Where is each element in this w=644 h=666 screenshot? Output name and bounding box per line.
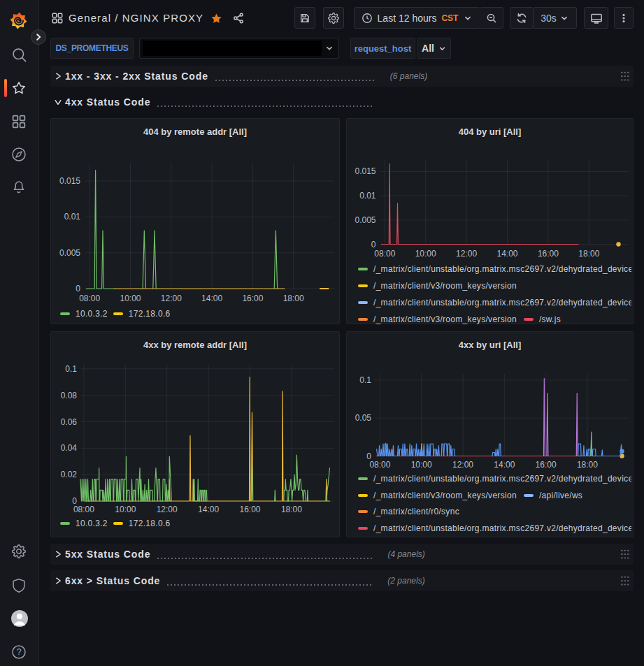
svg-text:16:00: 16:00 (242, 294, 263, 303)
svg-text:0.1: 0.1 (65, 364, 77, 374)
svg-text:0.015: 0.015 (355, 166, 375, 176)
svg-text:12:00: 12:00 (157, 505, 178, 514)
svg-text:0.005: 0.005 (59, 248, 80, 258)
svg-text:08:00: 08:00 (369, 460, 390, 470)
svg-text:14:00: 14:00 (494, 460, 515, 470)
svg-text:18:00: 18:00 (283, 294, 304, 303)
svg-text:12:00: 12:00 (456, 249, 477, 259)
svg-text:0.015: 0.015 (59, 176, 80, 186)
svg-text:10:00: 10:00 (120, 294, 141, 303)
svg-text:16:00: 16:00 (538, 249, 559, 259)
svg-text:18:00: 18:00 (578, 249, 599, 259)
svg-text:14:00: 14:00 (201, 294, 222, 303)
svg-text:10:00: 10:00 (415, 249, 436, 259)
svg-text:16:00: 16:00 (536, 460, 557, 470)
svg-text:08:00: 08:00 (79, 294, 100, 303)
svg-text:0.01: 0.01 (64, 212, 81, 222)
svg-text:10:00: 10:00 (411, 460, 432, 470)
svg-text:0.06: 0.06 (61, 417, 78, 427)
svg-text:0.05: 0.05 (355, 413, 372, 423)
svg-text:16:00: 16:00 (239, 505, 260, 514)
svg-text:18:00: 18:00 (281, 505, 302, 514)
svg-text:0.08: 0.08 (61, 391, 78, 400)
svg-text:0.02: 0.02 (61, 470, 78, 479)
svg-text:14:00: 14:00 (198, 505, 219, 514)
svg-text:?: ? (16, 646, 21, 657)
svg-text:12:00: 12:00 (452, 460, 473, 470)
svg-text:0: 0 (76, 284, 80, 294)
svg-text:12:00: 12:00 (161, 294, 182, 303)
svg-text:10:00: 10:00 (115, 505, 136, 514)
svg-text:14:00: 14:00 (496, 249, 517, 259)
svg-text:08:00: 08:00 (73, 505, 94, 514)
svg-text:0: 0 (371, 240, 376, 249)
svg-text:0.01: 0.01 (359, 191, 376, 201)
svg-text:0.005: 0.005 (355, 215, 375, 225)
svg-text:08:00: 08:00 (374, 249, 395, 259)
svg-text:0.04: 0.04 (61, 443, 78, 453)
svg-text:0.1: 0.1 (359, 375, 371, 385)
svg-text:18:00: 18:00 (577, 460, 598, 470)
